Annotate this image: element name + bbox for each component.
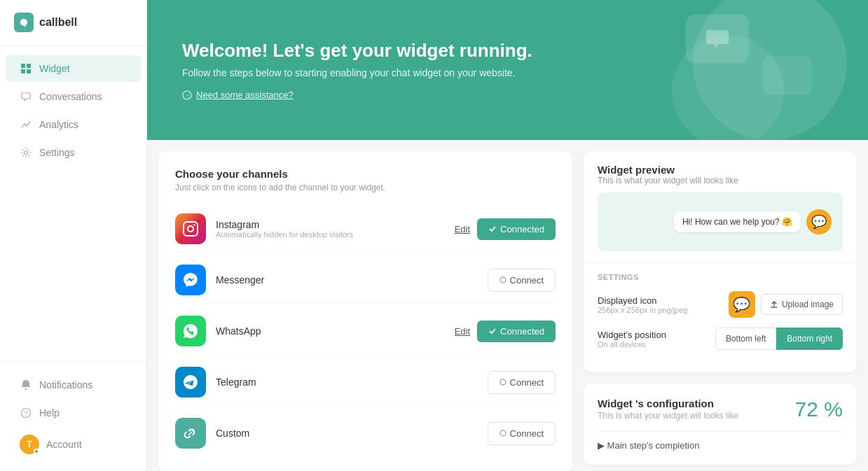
icon-preview: 💬 xyxy=(729,291,755,318)
sidebar-item-notifications[interactable]: Notifications xyxy=(6,372,141,398)
displayed-icon-label: Displayed icon xyxy=(598,295,687,306)
widget-chat-icon: 💬 xyxy=(806,209,832,234)
instagram-desc: Automatically hidden for desktop visitor… xyxy=(216,230,445,239)
config-percent: 72 % xyxy=(795,398,843,421)
channels-subtitle: Just click on the icons to add the chann… xyxy=(175,183,556,192)
position-label: Widget's position xyxy=(598,330,666,340)
custom-connect-btn[interactable]: Connect xyxy=(488,422,556,445)
preview-subtitle: This is what your widget will looks like xyxy=(598,176,843,185)
hero-subtitle: Follow the steps below to starting enabl… xyxy=(182,67,833,78)
instagram-info: Instagram Automatically hidden for deskt… xyxy=(216,219,445,239)
svg-rect-0 xyxy=(21,64,25,68)
widget-position-row: Widget's position On all devices Bottom … xyxy=(598,328,843,350)
help-label: Help xyxy=(39,407,60,419)
channels-card: Choose your channels Just click on the i… xyxy=(158,151,572,471)
sidebar-item-settings[interactable]: Settings xyxy=(6,139,141,166)
svg-rect-3 xyxy=(27,69,31,73)
preview-chat-area: Hi! How can we help you? 🤗 💬 xyxy=(598,192,843,251)
position-buttons: Bottom left Bottom right xyxy=(715,328,843,350)
config-title: Widget 's configuration xyxy=(598,398,738,409)
whatsapp-info: WhatsApp xyxy=(216,325,445,337)
telegram-info: Telegram xyxy=(216,377,478,388)
config-info: Widget 's configuration This is what you… xyxy=(598,398,738,421)
upload-label: Upload image xyxy=(782,300,834,309)
svg-text:?: ? xyxy=(186,93,189,99)
avatar-online-dot xyxy=(34,449,39,454)
messenger-name: Messenger xyxy=(216,274,478,286)
instagram-actions: Edit Connected xyxy=(455,218,556,240)
preview-title: Widget preview xyxy=(598,164,843,176)
sidebar-item-conversations-label: Conversations xyxy=(39,91,102,102)
custom-name: Custom xyxy=(216,428,478,439)
telegram-actions: Connect xyxy=(488,371,556,394)
sidebar-item-widget-label: Widget xyxy=(39,63,70,74)
svg-point-4 xyxy=(25,151,28,155)
completion-label: ▶ Main step's completion xyxy=(598,440,699,451)
whatsapp-name: WhatsApp xyxy=(216,325,445,337)
channel-row-instagram: Instagram Automatically hidden for deskt… xyxy=(175,206,556,252)
content-area: Choose your channels Just click on the i… xyxy=(147,140,868,471)
preview-header: Widget preview This is what your widget … xyxy=(584,151,857,192)
svg-point-13 xyxy=(500,379,506,385)
hero-help-text: Need some assistance? xyxy=(196,90,294,100)
widget-preview-card: Widget preview This is what your widget … xyxy=(584,151,857,372)
position-right-btn[interactable]: Bottom right xyxy=(776,328,843,350)
help-icon: ? xyxy=(20,407,32,419)
position-info: Widget's position On all devices xyxy=(598,330,666,349)
telegram-name: Telegram xyxy=(216,377,478,388)
sidebar: callbell Widget Conversations xyxy=(0,0,147,471)
messenger-info: Messenger xyxy=(216,274,478,286)
settings-section-label: Settings xyxy=(598,273,843,281)
sidebar-item-analytics-label: Analytics xyxy=(39,119,78,130)
conversations-icon xyxy=(20,90,32,103)
telegram-connect-btn[interactable]: Connect xyxy=(488,371,556,394)
svg-point-10 xyxy=(188,226,193,232)
config-subtitle: This is what your widget will looks like xyxy=(598,411,738,421)
sidebar-item-account[interactable]: T Account xyxy=(6,428,141,461)
settings-icon xyxy=(20,146,32,159)
sidebar-nav: Widget Conversations Analytics xyxy=(0,45,146,361)
svg-line-14 xyxy=(188,431,193,435)
config-header: Widget 's configuration This is what you… xyxy=(598,398,843,421)
instagram-connected-btn[interactable]: Connected xyxy=(477,218,556,240)
svg-text:?: ? xyxy=(25,410,28,417)
sidebar-item-analytics[interactable]: Analytics xyxy=(6,111,141,138)
channel-row-custom: Custom Connect xyxy=(175,411,556,456)
account-label: Account xyxy=(46,439,82,450)
whatsapp-edit-link[interactable]: Edit xyxy=(455,326,470,337)
sidebar-item-help[interactable]: ? Help xyxy=(6,400,141,426)
channel-row-whatsapp: WhatsApp Edit Connected xyxy=(175,309,556,354)
whatsapp-connected-btn[interactable]: Connected xyxy=(477,321,556,342)
right-column: Widget preview This is what your widget … xyxy=(584,151,857,471)
instagram-edit-link[interactable]: Edit xyxy=(455,224,470,234)
custom-info: Custom xyxy=(216,428,478,439)
sidebar-bottom: Notifications ? Help T Account xyxy=(0,361,146,471)
upload-image-btn[interactable]: Upload image xyxy=(761,294,843,315)
whatsapp-icon xyxy=(175,316,206,346)
messenger-icon xyxy=(175,265,206,295)
bell-icon xyxy=(20,379,32,391)
config-completion-link[interactable]: ▶ Main step's completion xyxy=(598,431,843,451)
logo-icon xyxy=(14,13,34,32)
sidebar-item-conversations[interactable]: Conversations xyxy=(6,83,141,110)
sidebar-item-widget[interactable]: Widget xyxy=(6,55,141,82)
messenger-connect-btn[interactable]: Connect xyxy=(488,269,556,292)
analytics-icon xyxy=(20,118,32,131)
main-content: Welcome! Let's get your widget running. … xyxy=(147,0,868,471)
channel-list: Instagram Automatically hidden for deskt… xyxy=(175,206,556,456)
sidebar-item-settings-label: Settings xyxy=(39,147,75,158)
position-desc: On all devices xyxy=(598,340,666,349)
displayed-icon-info: Displayed icon 256px x 256px in png/jpeg xyxy=(598,295,687,314)
position-left-btn[interactable]: Bottom left xyxy=(715,328,776,350)
displayed-icon-desc: 256px x 256px in png/jpeg xyxy=(598,306,687,314)
avatar: T xyxy=(20,435,39,454)
chat-bubble-text: Hi! How can we help you? 🤗 xyxy=(682,217,792,227)
hero-banner: Welcome! Let's get your widget running. … xyxy=(147,0,868,140)
svg-rect-9 xyxy=(184,222,198,236)
channels-title: Choose your channels xyxy=(175,168,556,180)
svg-point-11 xyxy=(193,224,195,225)
config-card: Widget 's configuration This is what you… xyxy=(584,384,857,465)
displayed-icon-row: Displayed icon 256px x 256px in png/jpeg… xyxy=(598,291,843,318)
notifications-label: Notifications xyxy=(39,379,92,391)
channel-row-telegram: Telegram Connect xyxy=(175,360,556,405)
